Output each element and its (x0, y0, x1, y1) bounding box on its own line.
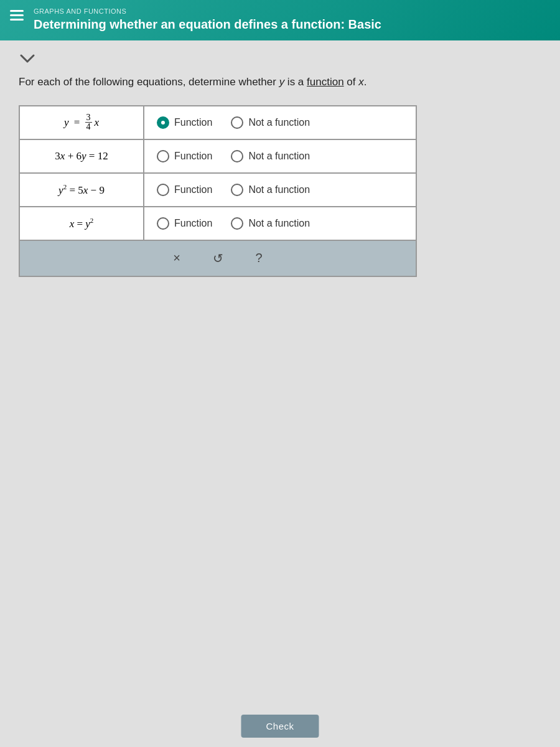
radio-group-4: Function Not a function (144, 207, 416, 240)
header-title: Determining whether an equation defines … (34, 17, 381, 32)
radio-circle-function-1[interactable] (157, 116, 169, 129)
hamburger-menu[interactable] (10, 10, 24, 21)
clear-button[interactable]: × (166, 247, 188, 270)
function-link[interactable]: function (307, 76, 344, 88)
not-function-radio-4[interactable]: Not a function (231, 217, 310, 230)
not-function-radio-3[interactable]: Not a function (231, 184, 310, 196)
radio-circle-not-function-3[interactable] (231, 184, 243, 196)
equation-3: y2 = 5x − 9 (19, 173, 144, 207)
radio-circle-not-function-4[interactable] (231, 217, 243, 230)
radio-circle-not-function-2[interactable] (231, 150, 243, 162)
function-table: y = 3 4 x Function Not a fun (19, 105, 417, 241)
table-row: 3x + 6y = 12 Function Not a function (19, 139, 416, 173)
function-radio-4[interactable]: Function (157, 217, 212, 230)
help-button[interactable]: ? (248, 247, 270, 270)
radio-group-2: Function Not a function (144, 140, 416, 172)
table-row: y = 3 4 x Function Not a fun (19, 106, 416, 139)
radio-circle-function-3[interactable] (157, 184, 169, 196)
not-function-radio-2[interactable]: Not a function (231, 150, 310, 162)
equation-2: 3x + 6y = 12 (19, 139, 144, 173)
action-row: × ↺ ? (19, 241, 417, 277)
check-button[interactable]: Check (241, 715, 319, 738)
dropdown-arrow[interactable] (19, 53, 541, 64)
radio-group-1: Function Not a function (144, 106, 416, 139)
radio-circle-not-function-1[interactable] (231, 116, 243, 129)
radio-circle-function-4[interactable] (157, 217, 169, 230)
content-area: For each of the following equations, det… (0, 40, 560, 747)
instruction-text: For each of the following equations, det… (19, 74, 541, 90)
header-subtitle: GRAPHS AND FUNCTIONS (34, 7, 381, 15)
function-radio-2[interactable]: Function (157, 150, 212, 162)
header: GRAPHS AND FUNCTIONS Determining whether… (0, 0, 560, 40)
function-radio-1[interactable]: Function (157, 116, 212, 129)
check-area: Check (241, 715, 319, 738)
radio-circle-function-2[interactable] (157, 150, 169, 162)
equation-1: y = 3 4 x (19, 106, 144, 139)
header-text: GRAPHS AND FUNCTIONS Determining whether… (34, 7, 381, 32)
equation-4: x = y2 (19, 207, 144, 240)
function-radio-3[interactable]: Function (157, 184, 212, 196)
table-row: x = y2 Function Not a function (19, 207, 416, 240)
not-function-radio-1[interactable]: Not a function (231, 116, 310, 129)
undo-button[interactable]: ↺ (207, 247, 229, 270)
radio-group-3: Function Not a function (144, 174, 416, 206)
table-row: y2 = 5x − 9 Function Not a function (19, 173, 416, 207)
